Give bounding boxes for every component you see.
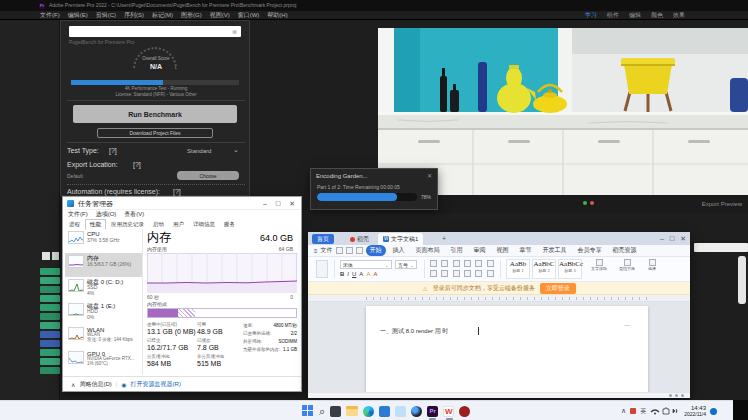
red-app-icon[interactable] [459, 406, 470, 417]
tm-tab-details[interactable]: 详细信息 [189, 220, 219, 229]
tm-sidebar-memory[interactable]: 内存16.5/63.7 GB (26%) [65, 253, 142, 277]
edge-icon[interactable] [363, 406, 374, 417]
maximize-icon[interactable]: ▢ [669, 235, 675, 241]
indent-icon[interactable] [453, 260, 460, 267]
help-icon[interactable]: [?] [173, 188, 181, 195]
timeline-clip[interactable] [40, 322, 60, 329]
run-benchmark-button[interactable]: Run Benchmark [73, 105, 237, 123]
clear-icon[interactable]: ⊗ [232, 29, 237, 35]
choose-button[interactable]: Choose [177, 171, 239, 180]
new-tab-icon[interactable]: + [442, 235, 446, 242]
task-view-icon[interactable] [330, 406, 341, 417]
download-project-files-button[interactable]: Download Project Files [97, 128, 213, 138]
find-replace-tool[interactable]: 查找替换 [616, 259, 638, 271]
search-icon[interactable]: ⌕ [319, 405, 325, 417]
bullet-list-icon[interactable] [430, 260, 437, 267]
dark-swirl-app-icon[interactable] [411, 406, 422, 417]
tm-sidebar-cpu[interactable]: CPU37% 3.58 GHz [65, 229, 142, 253]
timeline-clip[interactable] [40, 367, 60, 374]
test-type-dropdown[interactable]: Standard [187, 148, 211, 154]
timeline-clip[interactable] [40, 268, 60, 275]
source-thumbnail[interactable] [42, 252, 50, 260]
minimize-icon[interactable]: – [660, 235, 664, 242]
underline-button[interactable]: U [352, 271, 356, 277]
timeline-clip[interactable] [40, 358, 60, 365]
tm-tab-processes[interactable]: 进程 [65, 220, 84, 229]
tray-red-app-icon[interactable] [630, 408, 636, 414]
timeline-clip[interactable] [40, 349, 60, 356]
font-size-select[interactable]: 五号⌄ [395, 260, 417, 269]
source-thumbnail[interactable] [52, 252, 59, 260]
wps-taskbar-icon[interactable]: W [443, 406, 454, 417]
ribbon-tab-member[interactable]: 会员专享 [574, 245, 606, 256]
undo-icon[interactable] [346, 247, 353, 254]
tm-tab-startup[interactable]: 启动 [149, 220, 168, 229]
border-icon[interactable] [464, 270, 471, 277]
tm-tab-services[interactable]: 服务 [220, 220, 239, 229]
timeline-clip[interactable] [40, 313, 60, 320]
align-left-icon[interactable] [464, 260, 471, 267]
font-color-button[interactable]: A [373, 271, 377, 277]
help-icon[interactable]: [?] [133, 161, 141, 168]
tm-tab-app-history[interactable]: 应用历史记录 [107, 220, 148, 229]
paste-button[interactable] [316, 260, 328, 278]
tray-expand-icon[interactable]: ∧ [621, 407, 626, 415]
premiere-taskbar-icon[interactable]: Pr [427, 406, 438, 417]
select-tool[interactable]: 选择 [644, 259, 660, 271]
document-page[interactable]: 一、测试 8.0 render 用 时 — [366, 306, 648, 392]
save-icon[interactable] [336, 247, 343, 254]
timeline-clip[interactable] [40, 286, 60, 293]
sort-icon[interactable] [475, 270, 482, 277]
timeline-clip[interactable] [40, 340, 60, 347]
timeline-clip[interactable] [40, 277, 60, 284]
number-list-icon[interactable] [441, 260, 448, 267]
tray-status-icons[interactable] [650, 406, 680, 416]
clock[interactable]: 14:43 2022/11/4 [684, 405, 706, 418]
tm-tab-performance[interactable]: 性能 [85, 219, 106, 230]
ribbon-tab-view[interactable]: 视图 [493, 245, 513, 256]
ribbon-tab-references[interactable]: 引用 [447, 245, 467, 256]
wps-home-tab[interactable]: 首页 [312, 234, 334, 244]
light-blue-app-icon[interactable] [395, 406, 406, 417]
style-heading3[interactable]: AaBbCc标题 3 [558, 259, 582, 279]
help-icon[interactable]: [?] [109, 147, 117, 154]
strikethrough-button[interactable]: A [359, 271, 363, 277]
align-right-icon[interactable] [430, 270, 437, 277]
italic-button[interactable]: I [347, 271, 349, 277]
shading-icon[interactable] [453, 270, 460, 277]
notification-badge[interactable] [710, 408, 717, 415]
align-center-icon[interactable] [475, 260, 482, 267]
style-heading1[interactable]: AaBb标题 1 [506, 259, 530, 279]
tm-menu-view[interactable]: 查看(V) [124, 210, 144, 219]
ribbon-tab-insert[interactable]: 插入 [389, 245, 409, 256]
tm-footer-resource-monitor-link[interactable]: 打开资源监视器(R) [131, 380, 181, 389]
style-heading2[interactable]: AaBbC标题 2 [532, 259, 556, 279]
highlight-button[interactable]: A [366, 271, 370, 277]
wps-document-tab[interactable]: W文字文稿1 [378, 233, 423, 245]
tm-footer-less-details[interactable]: 简略信息(D) [79, 380, 111, 389]
store-app-icon[interactable] [379, 406, 390, 417]
text-layout-tool[interactable]: 文字排版 [588, 259, 610, 271]
timeline-clip[interactable] [40, 295, 60, 302]
close-icon[interactable]: ✕ [427, 173, 432, 179]
wps-docer-tab[interactable]: 稻壳 [346, 234, 373, 244]
tm-sidebar-disk1[interactable]: 磁盘 1 (E:)HDD0% [65, 301, 142, 325]
zoom-out-icon[interactable] [669, 394, 672, 397]
tm-tab-users[interactable]: 用户 [169, 220, 188, 229]
file-explorer-icon[interactable] [346, 406, 358, 416]
pugetbench-search-input[interactable] [69, 26, 241, 37]
banner-login-button[interactable]: 立即登录 [540, 283, 576, 294]
ribbon-tab-home[interactable]: 开始 [366, 245, 386, 256]
close-icon[interactable]: ✕ [289, 200, 295, 207]
zoom-slider-handle[interactable] [675, 394, 678, 397]
tm-sidebar-wlan[interactable]: WLANWLAN发送: 0 接收: 144 Kbps [65, 325, 142, 349]
timeline-clip[interactable] [40, 304, 60, 311]
ime-indicator[interactable]: 英 [640, 407, 646, 416]
chevron-down-icon[interactable]: ⌄ [233, 146, 239, 153]
zoom-in-icon[interactable] [681, 394, 684, 397]
close-icon[interactable]: ✕ [680, 235, 686, 242]
ribbon-tab-section[interactable]: 章节 [516, 245, 536, 256]
show-marks-icon[interactable] [487, 270, 494, 277]
justify-icon[interactable] [441, 270, 448, 277]
maximize-icon[interactable]: ▢ [275, 200, 281, 206]
